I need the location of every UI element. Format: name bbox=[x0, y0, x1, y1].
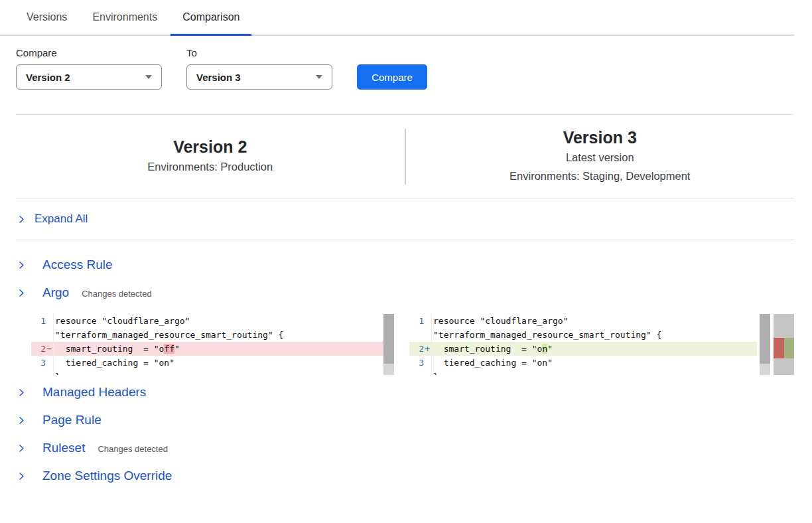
section-zone-settings-override[interactable]: Zone Settings Override bbox=[17, 462, 794, 490]
tab-versions[interactable]: Versions bbox=[15, 0, 79, 35]
version-comparison-header: Version 2 Environments: Production Versi… bbox=[16, 115, 794, 198]
line-number bbox=[409, 328, 424, 342]
chevron-down-icon bbox=[145, 75, 152, 79]
diff-sign bbox=[46, 370, 53, 375]
section-argo[interactable]: Argo Changes detected bbox=[17, 279, 794, 307]
code-line: 1resource "cloudflare_argo" bbox=[31, 314, 383, 328]
code-text: tiered_caching = "on" bbox=[431, 356, 757, 370]
line-number: 2 bbox=[31, 342, 46, 356]
line-number: 1 bbox=[31, 314, 46, 328]
to-field-label: To bbox=[186, 47, 332, 58]
expand-all-label: Expand All bbox=[34, 212, 88, 226]
scrollbar-thumb[interactable] bbox=[760, 314, 770, 364]
line-number bbox=[409, 370, 424, 375]
section-page-rule[interactable]: Page Rule bbox=[17, 406, 794, 434]
chevron-down-icon bbox=[316, 75, 322, 79]
code-line-wrap: "terraform_managed_resource_smart_routin… bbox=[409, 328, 757, 342]
line-number: 1 bbox=[409, 314, 424, 328]
version-left-title: Version 2 bbox=[16, 137, 405, 157]
line-number: 2 bbox=[409, 342, 424, 356]
chevron-right-icon bbox=[17, 261, 26, 269]
section-label: Access Rule bbox=[42, 258, 113, 272]
chevron-right-icon bbox=[17, 444, 26, 453]
to-version-select[interactable]: Version 3 bbox=[186, 64, 332, 90]
chevron-right-icon bbox=[17, 472, 26, 481]
ruler-added-mark bbox=[784, 338, 795, 358]
to-version-value: Version 3 bbox=[196, 72, 241, 83]
chevron-right-icon bbox=[17, 215, 26, 224]
scrollbar[interactable] bbox=[383, 314, 394, 375]
changes-detected-badge: Changes detected bbox=[98, 444, 168, 454]
diff-sign bbox=[424, 314, 431, 328]
compare-field: Compare Version 2 bbox=[16, 47, 162, 90]
version-left-environments: Environments: Production bbox=[16, 157, 405, 176]
section-label: Page Rule bbox=[42, 413, 102, 427]
diff-modified-pane: 1resource "cloudflare_argo" "terraform_m… bbox=[409, 314, 794, 375]
resource-sections: Access Rule Argo Changes detected 1resou… bbox=[17, 251, 794, 490]
diff-sign bbox=[46, 314, 53, 328]
diff-pane-gap bbox=[394, 314, 409, 375]
line-number: 3 bbox=[31, 356, 46, 370]
code-line-clipped: } bbox=[409, 370, 757, 375]
diff-original-code: 1resource "cloudflare_argo" "terraform_m… bbox=[31, 314, 383, 375]
tab-environments[interactable]: Environments bbox=[80, 0, 169, 35]
line-number: 3 bbox=[409, 356, 424, 370]
section-access-rule[interactable]: Access Rule bbox=[17, 251, 794, 279]
version-right-panel: Version 3 Latest version Environments: S… bbox=[406, 127, 795, 185]
ruler-removed-mark bbox=[774, 338, 784, 358]
code-line-clipped: } bbox=[31, 370, 383, 375]
chevron-right-icon bbox=[17, 289, 26, 297]
code-line: 1resource "cloudflare_argo" bbox=[409, 314, 757, 328]
code-text: } bbox=[431, 370, 757, 375]
chevron-right-icon bbox=[17, 416, 26, 425]
diff-sign bbox=[46, 356, 53, 370]
diff-sign: − bbox=[46, 342, 53, 356]
code-text: resource "cloudflare_argo" bbox=[53, 314, 383, 328]
diff-original-pane: 1resource "cloudflare_argo" "terraform_m… bbox=[31, 314, 394, 375]
line-number bbox=[31, 328, 46, 342]
diff-sign bbox=[46, 328, 53, 342]
diff-sign bbox=[424, 328, 431, 342]
section-label: Argo bbox=[42, 285, 69, 300]
compare-form: Compare Version 2 To Version 3 Compare bbox=[16, 47, 812, 90]
tab-bar: Versions Environments Comparison bbox=[0, 0, 794, 36]
version-right-environments: Environments: Staging, Development bbox=[406, 167, 795, 185]
diff-sign bbox=[424, 356, 431, 370]
diff-overview-ruler bbox=[774, 314, 794, 375]
diff-modified-code: 1resource "cloudflare_argo" "terraform_m… bbox=[409, 314, 757, 375]
code-text: smart_routing = "on" bbox=[431, 342, 757, 356]
changes-detected-badge: Changes detected bbox=[82, 289, 152, 299]
code-text: tiered_caching = "on" bbox=[53, 356, 383, 370]
expand-all-button[interactable]: Expand All bbox=[0, 198, 812, 240]
section-ruleset[interactable]: Ruleset Changes detected bbox=[17, 434, 794, 462]
compare-version-value: Version 2 bbox=[26, 72, 70, 83]
line-number bbox=[31, 370, 46, 375]
diff-sign bbox=[424, 370, 431, 375]
compare-button[interactable]: Compare bbox=[357, 64, 427, 90]
tab-comparison[interactable]: Comparison bbox=[170, 0, 251, 35]
section-label: Managed Headers bbox=[42, 385, 146, 400]
version-left-panel: Version 2 Environments: Production bbox=[16, 137, 405, 176]
scrollbar-thumb[interactable] bbox=[383, 314, 394, 364]
section-managed-headers[interactable]: Managed Headers bbox=[17, 378, 794, 406]
code-line-wrap: "terraform_managed_resource_smart_routin… bbox=[31, 328, 383, 342]
scrollbar[interactable] bbox=[760, 314, 770, 375]
version-right-subtitle: Latest version bbox=[406, 148, 795, 167]
code-line: 3 tiered_caching = "on" bbox=[409, 356, 757, 370]
code-text: "terraform_managed_resource_smart_routin… bbox=[53, 328, 383, 342]
code-line-removed: 2− smart_routing = "off" bbox=[31, 342, 383, 356]
code-text: "terraform_managed_resource_smart_routin… bbox=[431, 328, 757, 342]
code-line-added: 2+ smart_routing = "on" bbox=[409, 342, 757, 356]
diff-sign: + bbox=[424, 342, 431, 356]
code-text: resource "cloudflare_argo" bbox=[431, 314, 757, 328]
code-text: smart_routing = "off" bbox=[53, 342, 383, 356]
compare-version-select[interactable]: Version 2 bbox=[16, 64, 162, 90]
compare-field-label: Compare bbox=[16, 47, 162, 58]
section-label: Ruleset bbox=[42, 441, 85, 455]
code-line: 3 tiered_caching = "on" bbox=[31, 356, 383, 370]
code-text: } bbox=[53, 370, 383, 375]
to-field: To Version 3 bbox=[186, 47, 332, 90]
removed-word-highlight: ff bbox=[164, 344, 174, 354]
chevron-right-icon bbox=[17, 388, 26, 397]
version-right-title: Version 3 bbox=[406, 127, 795, 148]
